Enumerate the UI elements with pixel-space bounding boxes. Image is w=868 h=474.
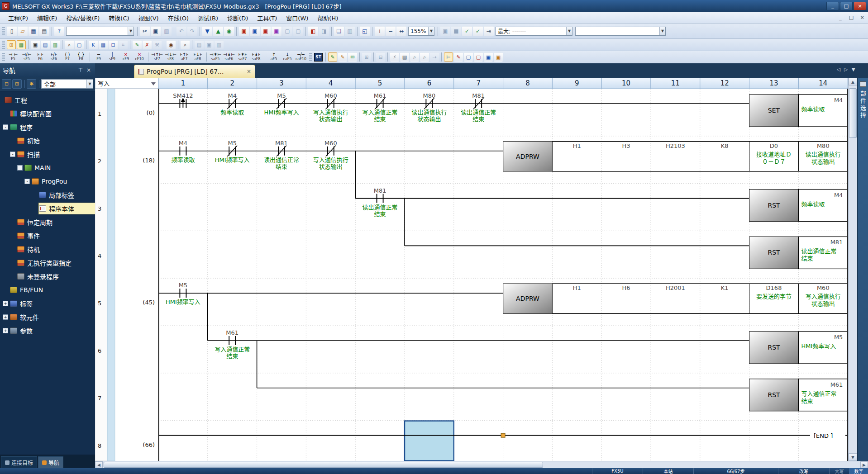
docking-window3-icon[interactable]: ▥ [215,40,224,49]
find-coil-icon[interactable]: ⌕ [420,52,429,62]
edit-line-icon[interactable]: ✎ [454,52,463,62]
collapse-icon[interactable]: - [24,179,30,184]
device-find-icon[interactable]: ⌕ [181,40,190,49]
watch-window2-icon[interactable]: ▢ [293,26,303,36]
menu-调试[interactable]: 调试(B) [193,12,223,24]
chevron-down-icon[interactable]: ▼ [128,27,134,35]
hscroll-thumb[interactable] [104,462,543,468]
statement-edit-icon[interactable]: ✉ [348,52,357,62]
close-icon[interactable]: × [85,67,92,73]
ladder-symbol-F8[interactable]: { }F8 [75,52,88,62]
comment-edit-icon[interactable]: ✎ [338,52,347,62]
tab-scroll-left-icon[interactable]: ◁ [837,66,840,72]
mode-selector[interactable]: 写入 [95,78,158,89]
ladder-symbol-aF5[interactable]: ↑aF5 [267,52,281,62]
ladder-canvas[interactable]: 写入12345678910111213141(0)SM412M4频率读取M5HM… [95,78,848,461]
gear-icon[interactable]: ✱ [27,79,36,89]
connect-line-icon[interactable]: ⊢ [444,52,453,62]
sidebar-item-模块配置图[interactable]: 模块配置图 [0,107,95,120]
end-instruction[interactable]: [END ] [814,432,833,439]
sidebar-item-ProgPou[interactable]: -ProgPou [0,175,95,188]
horizontal-scrollbar[interactable]: ◀ ▶ [95,461,868,468]
ladder-symbol-sF6[interactable]: ⊦/⊦sF6 [48,52,61,62]
window-dock-icon[interactable]: ◱ [360,26,370,36]
watch-window-icon[interactable]: ▢ [282,26,292,36]
toolbar-grip[interactable] [2,53,5,61]
online-monitor-icon[interactable]: ◉ [224,26,234,36]
ladder-symbol-saF8[interactable]: ⊦↡⊦saF8 [250,52,263,62]
menu-视图[interactable]: 视图(V) [134,12,163,24]
window-tile-icon[interactable]: ▥ [345,26,355,36]
list-display-icon[interactable]: ▤ [400,52,409,62]
sidebar-item-软元件[interactable]: +软元件 [0,310,95,324]
insert-column-icon[interactable]: ⊟ [376,52,385,62]
zoom-combo[interactable]: 155%▼ [408,27,434,36]
device-monitor2-icon[interactable]: ◨ [319,26,329,36]
ladder-symbol-F5[interactable]: ⊣ ⊢F5 [7,52,20,62]
module-config-icon[interactable]: ▦ [17,40,26,49]
edit-mode-icon[interactable]: ✎ [328,52,337,62]
expand-icon[interactable]: + [3,301,8,306]
scroll-right-icon[interactable]: ▶ [860,461,868,468]
device-list-icon[interactable]: ▥ [51,40,60,49]
ladder-symbol-F9[interactable]: ─F9 [92,52,105,62]
convert-icon[interactable]: ⇥ [484,26,494,36]
ladder-symbol-F6[interactable]: ⊦ ⊦F6 [34,52,47,62]
tree-expand-icon[interactable]: ⊞ [12,79,22,89]
sidebar-item-恒定周期[interactable]: 恒定周期 [0,215,95,229]
docking-window2-icon[interactable]: ▣ [205,40,214,49]
ladder-symbol-sF8[interactable]: ⊣↓⊢sF8 [164,52,177,62]
tree-filter-combo[interactable]: 全部▼ [41,79,93,89]
pin-icon[interactable]: ⊤ [77,67,84,73]
sidebar-item-工程[interactable]: 工程 [0,93,95,107]
sidebar-item-扫描[interactable]: -扫描 [0,147,95,161]
net-config-icon[interactable]: ⌗ [119,40,128,49]
max-combo[interactable]: 最大: -------▼ [496,27,572,36]
tool-icon[interactable]: ⚒ [153,40,162,49]
chevron-down-icon[interactable]: ▼ [659,27,665,35]
jump-icon[interactable]: ⇢ [430,52,439,62]
close-button[interactable]: × [854,2,866,10]
dev-comment2-icon[interactable]: ▣ [494,52,503,62]
menu-编辑[interactable]: 编辑(E) [33,12,62,24]
ladder-symbol-sF5[interactable]: ⊣/⊢sF5 [20,52,33,62]
collapse-icon[interactable]: - [3,124,8,130]
sidebar-item-局部标签[interactable]: 局部标签 [0,188,95,202]
find-window-icon[interactable]: ▢ [75,40,84,49]
tab-list-icon[interactable]: ▼ [852,66,855,72]
menu-在线[interactable]: 在线(O) [163,12,193,24]
check-program-icon[interactable]: ✓ [462,26,472,36]
sidebar-item-参数[interactable]: +参数 [0,324,95,337]
minimize-button[interactable]: _ [826,2,839,10]
sidebar-item-标签[interactable]: +标签 [0,297,95,310]
paste-icon[interactable]: ▥ [162,26,172,36]
bottom-tab-导航[interactable]: 导航 [38,456,63,468]
sidebar-item-FB/FUN[interactable]: FB/FUN [0,283,95,297]
tab-close-icon[interactable]: × [247,68,251,75]
collapse-icon[interactable]: - [10,152,15,157]
ladder-symbol-cF9[interactable]: ✕cF9 [119,52,133,62]
menu-工具[interactable]: 工具(T) [253,12,281,24]
undo-icon[interactable]: ↶ [176,26,186,36]
restore-button[interactable]: □ [840,2,853,10]
expand-icon[interactable]: + [3,314,8,320]
find-contact-icon[interactable]: ⌕ [410,52,419,62]
menu-转换[interactable]: 转换(C) [104,12,134,24]
tree-collapse-icon[interactable]: ⊟ [2,79,11,89]
monitor-write-icon[interactable]: ▣ [272,26,281,36]
bottom-tab-连接目标[interactable]: 连接目标 [1,456,37,468]
dev-comment-icon[interactable]: ▣ [484,52,493,62]
vscroll-thumb[interactable] [849,88,857,138]
monitor-pause-icon[interactable]: ▣ [261,26,271,36]
scroll-down-icon[interactable]: ▼ [849,453,857,461]
copy-icon[interactable]: ▣ [151,26,161,36]
open-project-icon[interactable]: ▱ [18,26,28,36]
sidebar-item-初始[interactable]: 初始 [0,134,95,147]
cube-icon[interactable]: ■ [451,26,461,36]
cross-reference-icon[interactable]: ▤ [41,40,50,49]
vertical-scrollbar[interactable]: ▲ ▼ [848,78,857,461]
chevron-down-icon[interactable]: ▼ [428,27,434,35]
new-project-icon[interactable]: ▯ [7,26,17,36]
tab-scroll-right-icon[interactable]: ▷ [844,66,848,72]
toolbar-grip[interactable] [2,27,5,35]
